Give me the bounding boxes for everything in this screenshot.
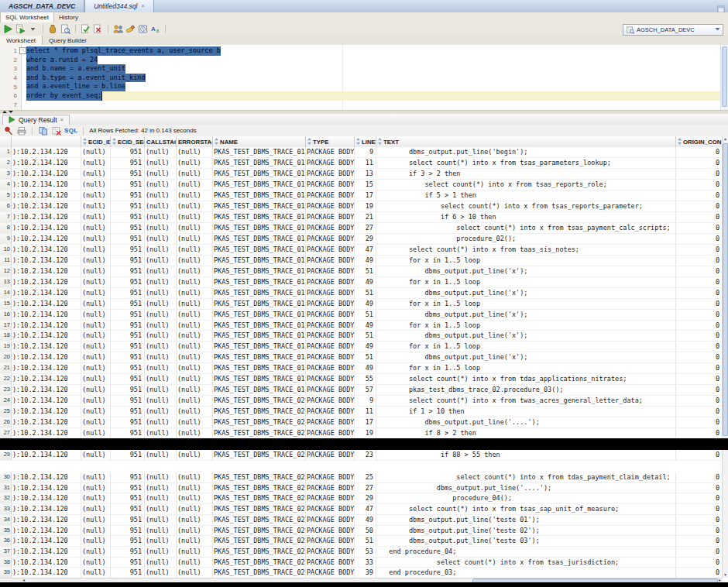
tab-history[interactable]: History: [54, 12, 83, 22]
grid-cell[interactable]: (null): [81, 428, 111, 438]
grid-cell[interactable]: PACKAGE BODY: [306, 450, 355, 460]
grid-cell[interactable]: 21: [355, 212, 376, 222]
grid-cell[interactable]: PKAS_TEST_DBMS_TRACE_01: [213, 223, 306, 233]
grid-cell[interactable]: (null): [81, 363, 111, 373]
grid-cell[interactable]: PKAS_TEST_DBMS_TRACE_01: [213, 331, 306, 341]
grid-cell[interactable]: ):10.2.134.120: [12, 352, 81, 362]
grid-cell[interactable]: (null): [177, 515, 213, 525]
grid-cell[interactable]: PKAS_TEST_DBMS_TRACE_01: [213, 147, 306, 157]
grid-cell[interactable]: ):10.2.134.120: [12, 288, 81, 298]
grid-cell[interactable]: 39: [355, 568, 376, 578]
grid-cell[interactable]: 27: [355, 223, 376, 233]
column-header-ECID_SEQ[interactable]: ECID_SEQ: [111, 136, 145, 147]
grid-cell[interactable]: 0: [676, 331, 723, 341]
grid-cell[interactable]: 13: [355, 169, 376, 179]
case-toggle-icon[interactable]: Aa: [150, 24, 160, 34]
sql-button[interactable]: SQL: [64, 127, 77, 134]
table-row[interactable]: 38):10.2.134.120(null)951(null)(null)PKA…: [0, 558, 723, 568]
grid-cell[interactable]: PACKAGE BODY: [306, 417, 355, 427]
grid-cell[interactable]: (null): [145, 547, 177, 557]
table-row[interactable]: 5):10.2.134.120(null)951(null)(null)PKAS…: [0, 191, 723, 201]
grid-cell[interactable]: 951: [111, 288, 145, 298]
grid-cell[interactable]: PACKAGE BODY: [306, 396, 355, 406]
grid-cell[interactable]: 0: [676, 288, 723, 298]
grid-cell[interactable]: ):10.2.134.120: [12, 147, 81, 157]
grid-cell[interactable]: (null): [177, 536, 213, 546]
grid-cell[interactable]: PKAS_TEST_DBMS_TRACE_02: [213, 417, 306, 427]
delete-result-icon[interactable]: [51, 125, 61, 136]
grid-cell[interactable]: 0: [676, 180, 723, 190]
grid-cell[interactable]: dbms_output.put_line('x');: [376, 310, 676, 320]
grid-cell[interactable]: 951: [111, 321, 145, 331]
grid-cell[interactable]: 951: [111, 558, 145, 568]
fetch-all-icon[interactable]: [38, 125, 48, 136]
grid-cell[interactable]: (null): [177, 374, 213, 384]
grid-cell[interactable]: ):10.2.134.120: [12, 363, 81, 373]
editor-code-text[interactable]: order by event_seq;: [26, 91, 101, 101]
grid-cell[interactable]: (null): [177, 288, 213, 298]
grid-cell[interactable]: select count(*) into x from tdas_applica…: [376, 374, 676, 384]
grid-cell[interactable]: 951: [111, 310, 145, 320]
grid-cell[interactable]: (null): [177, 266, 213, 276]
grid-cell[interactable]: 0: [676, 363, 723, 373]
grid-cell[interactable]: 57: [355, 385, 376, 395]
grid-cell[interactable]: 0: [676, 526, 723, 536]
grid-cell[interactable]: 951: [111, 266, 145, 276]
table-row[interactable]: 19):10.2.134.120(null)951(null)(null)PKA…: [0, 342, 723, 352]
grid-cell[interactable]: 0: [676, 321, 723, 331]
grid-cell[interactable]: 951: [111, 515, 145, 525]
grid-cell[interactable]: 0: [676, 342, 723, 352]
editor-line[interactable]: 6order by event_seq;: [0, 91, 720, 101]
tab-sql-worksheet[interactable]: SQL Worksheet: [0, 12, 54, 22]
grid-cell[interactable]: 951: [111, 180, 145, 190]
grid-cell[interactable]: 951: [111, 212, 145, 222]
run-script-icon[interactable]: [15, 24, 26, 34]
editor-code-text[interactable]: where a.runid = 24: [26, 56, 98, 65]
grid-cell[interactable]: (null): [81, 547, 111, 557]
grid-cell[interactable]: (null): [145, 223, 177, 233]
column-header-blank[interactable]: [0, 136, 12, 147]
grid-cell[interactable]: 49: [355, 363, 376, 373]
grid-cell[interactable]: 0: [676, 212, 723, 222]
tab-worksheet[interactable]: Worksheet: [0, 36, 43, 45]
grid-cell[interactable]: (null): [145, 428, 177, 438]
grid-cell[interactable]: (null): [81, 245, 111, 255]
grid-cell[interactable]: dbms_output.put_line('....');: [376, 483, 676, 493]
connection-dropdown-icon[interactable]: [715, 26, 720, 33]
grid-cell[interactable]: 11: [355, 407, 376, 417]
commit-icon[interactable]: [81, 24, 91, 34]
grid-cell[interactable]: for x in 1..5 loop: [376, 299, 676, 309]
grid-cell[interactable]: PACKAGE BODY: [306, 147, 355, 157]
grid-cell[interactable]: (null): [81, 212, 111, 222]
grid-cell[interactable]: (null): [81, 493, 111, 503]
grid-cell[interactable]: PACKAGE BODY: [306, 288, 355, 298]
grid-cell[interactable]: 53: [355, 547, 376, 557]
grid-cell[interactable]: PKAS_TEST_DBMS_TRACE_01: [213, 352, 306, 362]
table-row[interactable]: 8):10.2.134.120(null)951(null)(null)PKAS…: [0, 223, 723, 234]
grid-cell[interactable]: 0: [676, 472, 723, 482]
grid-cell[interactable]: (null): [177, 180, 213, 190]
grid-cell[interactable]: for x in 1..5 loop: [376, 277, 676, 287]
grid-cell[interactable]: PACKAGE BODY: [306, 558, 355, 568]
grid-cell[interactable]: (null): [145, 385, 177, 395]
grid-cell[interactable]: 951: [111, 536, 145, 546]
grid-cell[interactable]: PKAS_TEST_DBMS_TRACE_01: [213, 212, 306, 222]
grid-cell[interactable]: (null): [177, 428, 213, 438]
grid-cell[interactable]: PKAS_TEST_DBMS_TRACE_02: [213, 428, 306, 438]
grid-cell[interactable]: PKAS_TEST_DBMS_TRACE_01: [213, 310, 306, 320]
grid-cell[interactable]: dbms_output.put_line('begin');: [376, 147, 676, 157]
grid-cell[interactable]: (null): [177, 483, 213, 493]
table-row[interactable]: 13):10.2.134.120(null)951(null)(null)PKA…: [0, 277, 723, 288]
grid-cell[interactable]: if 3 > 2 then: [376, 169, 676, 179]
grid-cell[interactable]: ):10.2.134.120: [12, 428, 81, 438]
grid-cell[interactable]: (null): [177, 158, 213, 168]
grid-cell[interactable]: ):10.2.134.120: [12, 526, 81, 536]
grid-cell[interactable]: 33: [355, 558, 376, 568]
grid-cell[interactable]: 49: [355, 277, 376, 287]
grid-cell[interactable]: (null): [81, 472, 111, 482]
grid-cell[interactable]: (null): [177, 277, 213, 287]
grid-cell[interactable]: 951: [111, 223, 145, 233]
grid-cell[interactable]: 951: [111, 407, 145, 417]
grid-cell[interactable]: (null): [145, 321, 177, 331]
grid-cell[interactable]: (null): [177, 310, 213, 320]
